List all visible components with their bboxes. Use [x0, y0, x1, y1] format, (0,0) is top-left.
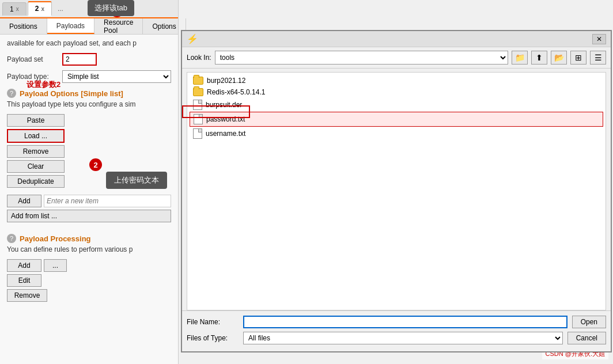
help-icon[interactable]: ? — [7, 89, 16, 98]
tab-payloads[interactable]: Payloads — [47, 18, 94, 34]
folder-icon — [193, 77, 203, 85]
file-item-username[interactable]: username.txt — [190, 127, 603, 141]
load-button[interactable]: Load ... — [7, 129, 65, 143]
add-item-row: Add — [7, 195, 171, 207]
file-item-burp2021[interactable]: burp2021.12 — [190, 75, 603, 86]
add-button[interactable]: Add — [7, 195, 41, 207]
dialog-close-button[interactable]: ✕ — [592, 34, 606, 44]
open-button[interactable]: Open — [572, 316, 606, 328]
file-icon — [194, 114, 203, 124]
tab-positions[interactable]: Positions — [0, 18, 47, 34]
processing-title: Payload Processing — [20, 234, 91, 243]
tab-options[interactable]: Options — [143, 18, 186, 34]
payload-set-label: Payload set — [7, 55, 59, 63]
tab-2[interactable]: 2 x — [28, 1, 52, 16]
processing-header: ? Payload Processing — [7, 234, 171, 243]
payload-processing-section: ? Payload Processing You can define rule… — [7, 234, 171, 302]
file-name-row: File Name: Open — [187, 316, 606, 328]
section-title: Payload Options [Simple list] — [20, 89, 123, 98]
toolbar-btn-grid[interactable]: ⊞ — [570, 51, 586, 65]
add-item-input[interactable] — [44, 195, 171, 207]
processing-desc: You can define rules to perform various … — [7, 245, 171, 253]
payload-set-input[interactable] — [62, 53, 97, 66]
tab-resource-pool[interactable]: Resource Pool — [94, 18, 143, 34]
paste-button[interactable]: Paste — [7, 114, 65, 127]
files-of-type-select[interactable]: All files — [243, 332, 563, 344]
dialog-bottom: File Name: Open Files of Type: All files… — [182, 310, 611, 351]
file-item-burpsuit[interactable]: burpsuit.der — [190, 98, 603, 112]
processing-edit-button[interactable]: Edit — [7, 274, 41, 287]
clear-button[interactable]: Clear — [7, 160, 65, 173]
badge-2: 2 — [89, 158, 102, 171]
file-item-redis[interactable]: Redis-x64-5.0.14.1 — [190, 86, 603, 98]
dialog-titlebar: ⚡ ✕ — [182, 31, 611, 47]
button-group: Paste Load ... Remove Clear Deduplicate — [7, 114, 65, 188]
dialog-title-icon: ⚡ — [187, 33, 198, 44]
toolbar-btn-new[interactable]: 📂 — [551, 51, 567, 65]
toolbar-btn-folder[interactable]: 📁 — [512, 51, 528, 65]
payload-set-row: Payload set — [7, 53, 171, 66]
tab-more[interactable]: ... — [53, 2, 68, 15]
file-icon — [193, 100, 202, 110]
file-name-input[interactable] — [243, 316, 567, 328]
processing-remove-button[interactable]: Remove — [7, 289, 47, 302]
toolbar-btn-list[interactable]: ☰ — [590, 51, 606, 65]
folder-icon — [193, 88, 203, 96]
file-name-label: File Name: — [187, 318, 239, 326]
file-item-password[interactable]: password.txt — [190, 112, 603, 127]
upload-tooltip: 上传密码文本 — [106, 172, 167, 189]
file-icon — [193, 128, 202, 139]
files-of-type-label: Files of Type: — [187, 334, 239, 342]
add-from-list-button[interactable]: Add from list ... — [7, 210, 171, 222]
remove-button[interactable]: Remove — [7, 145, 65, 158]
file-dialog: ⚡ ✕ Look In: tools 📁 ⬆ 📂 ⊞ ☰ burp2021.12… — [181, 30, 612, 352]
tab-tooltip: 选择该tab — [88, 0, 134, 16]
sub-tab-bar: Positions Payloads Resource Pool Options — [0, 18, 178, 35]
processing-more-button[interactable]: ... — [44, 259, 67, 272]
section-desc: This payload type lets you configure a s… — [7, 100, 171, 108]
processing-help-icon[interactable]: ? — [7, 234, 16, 243]
deduplicate-button[interactable]: Deduplicate — [7, 175, 65, 188]
intro-text: available for each payload set, and each… — [7, 39, 171, 47]
processing-add-button[interactable]: Add — [7, 259, 41, 272]
cancel-button[interactable]: Cancel — [567, 332, 606, 344]
dialog-toolbar: Look In: tools 📁 ⬆ 📂 ⊞ ☰ — [182, 47, 611, 69]
toolbar-btn-up[interactable]: ⬆ — [531, 51, 547, 65]
look-in-select[interactable]: tools — [215, 51, 508, 65]
look-in-label: Look In: — [187, 54, 211, 62]
section-header: ? Payload Options [Simple list] — [7, 89, 171, 98]
files-of-type-row: Files of Type: All files Cancel — [187, 332, 606, 344]
file-list-area: burp2021.12 Redis-x64-5.0.14.1 burpsuit.… — [187, 72, 606, 310]
payload-type-select[interactable]: Simple list — [62, 70, 171, 83]
annotation-param2: 设置参数2 — [27, 79, 60, 90]
tab-1[interactable]: 1 x — [2, 2, 27, 16]
